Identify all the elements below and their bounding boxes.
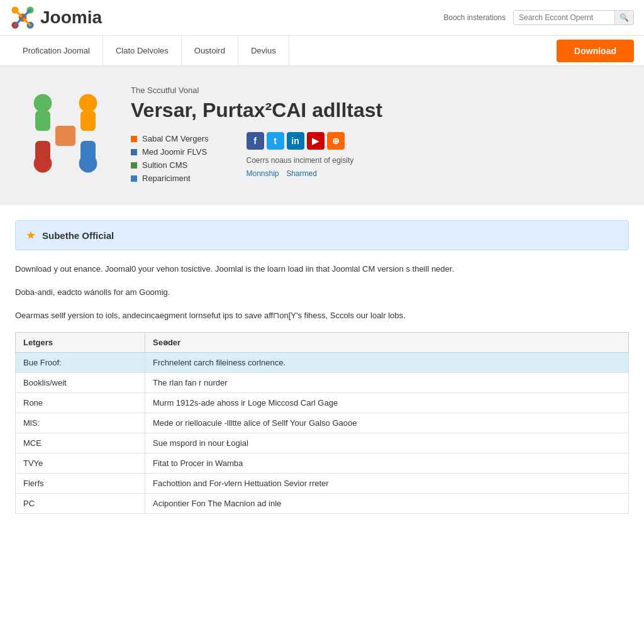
table-row: Booklis/weitThe rlan fan r nurder	[16, 373, 629, 393]
body-para-3: Oearmas sellf yersion to iols, andecinca…	[15, 309, 629, 323]
joomla-logo-icon	[10, 5, 35, 30]
data-table: Letgers Seəder Bue Froof:Frchnelent carc…	[15, 332, 629, 514]
feature-item-1: Sabal CM Vergers	[131, 132, 209, 145]
table-cell-col1: MCE	[16, 433, 145, 453]
nav-item-oustoird[interactable]: Oustoird	[182, 36, 238, 65]
bullet-icon-3	[131, 162, 137, 169]
table-cell-col1: MlS:	[16, 413, 145, 433]
table-row: RoneMurm 1912s-ade ahoss ir Loge Miccosd…	[16, 393, 629, 413]
table-cell-col1: TVYe	[16, 453, 145, 474]
star-icon: ★	[26, 228, 36, 242]
header-right: Booch insterations 🔍	[443, 10, 634, 25]
social-icons: f t in ▶ ⊕	[247, 132, 354, 150]
svg-rect-15	[55, 126, 75, 146]
table-row: PCAcipontier Fon The Macnlon ad inle	[16, 494, 629, 514]
table-row: MlS:Mede or rielloacule -llltte alice of…	[16, 413, 629, 433]
bullet-icon-1	[131, 136, 137, 142]
table-cell-col2: Mede or rielloacule -llltte alice of Sel…	[145, 413, 629, 433]
table-cell-col2: The rlan fan r nurder	[145, 373, 629, 393]
rss-icon[interactable]: ⊕	[327, 132, 345, 150]
hero-subtitle: The Sccutful Vonal	[131, 86, 629, 95]
table-row: TVYeFitat to Procer in Wamba	[16, 453, 629, 474]
facebook-icon[interactable]: f	[247, 132, 264, 150]
nav-item-profication[interactable]: Profication Joomal	[10, 36, 103, 65]
table-col-header-1: Letgers	[16, 333, 145, 353]
feature-item-4: Repariciment	[131, 172, 209, 185]
social-text: Coerrs noaus inciment of egisity	[247, 156, 354, 165]
table-row: MCESue mspord in nour Łogial	[16, 433, 629, 453]
svg-rect-8	[35, 111, 50, 131]
logo-text: Joomia	[40, 8, 102, 28]
hero-banner: The Sccutful Vonal Versar, Purtax²CAI ad…	[0, 67, 644, 205]
table-cell-col1: Booklis/weit	[16, 373, 145, 393]
svg-point-7	[34, 94, 52, 113]
nav-item-clato[interactable]: Clato Delvoles	[103, 36, 182, 65]
logo-area: Joomia	[10, 5, 102, 30]
youtube-icon[interactable]: ▶	[307, 132, 325, 150]
table-cell-col1: Bue Froof:	[16, 353, 145, 373]
table-col-header-2: Seəder	[145, 333, 629, 353]
linkedin-icon[interactable]: in	[287, 132, 304, 150]
svg-point-9	[79, 94, 97, 113]
search-input[interactable]	[514, 11, 614, 25]
hero-features: Sabal CM Vergers Med Joomir FLVS Sultion…	[131, 132, 629, 185]
body-para-1: Download y out enance. Joomal0 your veho…	[15, 263, 629, 276]
table-cell-col1: PC	[16, 494, 145, 514]
table-cell-col1: Rone	[16, 393, 145, 413]
main-nav: Profication Joomal Clato Delvoles Oustoi…	[0, 36, 644, 67]
social-section: f t in ▶ ⊕ Coerrs noaus inciment of egis…	[247, 132, 354, 185]
search-box: 🔍	[513, 10, 634, 25]
bullet-icon-2	[131, 149, 137, 155]
nav-item-devius[interactable]: Devius	[238, 36, 289, 65]
main-content: ★ Subethe Official Download y out enance…	[0, 205, 644, 529]
bullet-icon-4	[131, 175, 137, 182]
subscribe-title: Subethe Official	[42, 230, 114, 241]
table-cell-col2: Acipontier Fon The Macnlon ad inle	[145, 494, 629, 514]
social-links: Monnship Sharmed	[247, 169, 354, 178]
subscribe-box: ★ Subethe Official	[15, 220, 629, 250]
search-button[interactable]: 🔍	[614, 11, 633, 25]
feature-item-3: Sultion CMS	[131, 158, 209, 172]
social-link-monnship[interactable]: Monnship	[247, 169, 279, 178]
hero-content: The Sccutful Vonal Versar, Purtax²CAI ad…	[131, 86, 629, 185]
booch-text: Booch insterations	[443, 13, 506, 22]
table-cell-col2: Sue mspord in nour Łogial	[145, 433, 629, 453]
svg-rect-14	[80, 141, 96, 161]
table-cell-col2: Murm 1912s-ade ahoss ir Loge Miccosd Car…	[145, 393, 629, 413]
features-list: Sabal CM Vergers Med Joomir FLVS Sultion…	[131, 132, 209, 185]
table-cell-col2: Fitat to Procer in Wamba	[145, 453, 629, 474]
table-cell-col2: Fachottion and For-vlern Hettuation Sevi…	[145, 474, 629, 494]
table-row: FlerfsFachottion and For-vlern Hettuatio…	[16, 474, 629, 494]
table-cell-col1: Flerfs	[16, 474, 145, 494]
twitter-icon[interactable]: t	[267, 132, 284, 150]
hero-joomla-logo-icon	[15, 86, 116, 186]
social-link-sharmed[interactable]: Sharmed	[286, 169, 317, 178]
hero-title: Versar, Purtax²CAI adlltast	[131, 99, 629, 122]
table-cell-col2: Frchnelent carch fileiness corlnence.	[145, 353, 629, 373]
svg-rect-12	[35, 141, 50, 161]
download-button[interactable]: Download	[557, 40, 634, 62]
svg-rect-10	[80, 111, 96, 131]
table-row: Bue Froof:Frchnelent carch fileiness cor…	[16, 353, 629, 373]
feature-item-2: Med Joomir FLVS	[131, 145, 209, 158]
body-para-2: Doba-andi, eadcto wánolls for am Goomig.	[15, 286, 629, 299]
header: Joomia Booch insterations 🔍	[0, 0, 644, 36]
